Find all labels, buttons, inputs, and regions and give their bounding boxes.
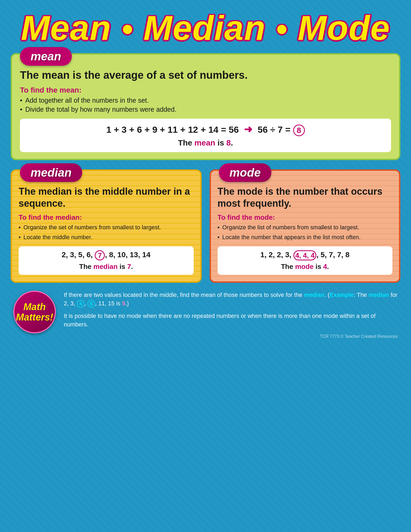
badge-line1: Math (23, 302, 46, 312)
mean-division: 56 ÷ 7 = (258, 124, 291, 135)
mode-main-text: The mode is the number that occurs most … (218, 185, 393, 209)
mode-circled-group: 4, 4, 4 (293, 250, 316, 260)
mode-bullet-list: Organize the list of numbers from smalle… (218, 224, 393, 241)
mean-bullet-1: Add together all of the numbers in the s… (20, 97, 391, 104)
mean-badge: mean (20, 47, 72, 66)
footer-credit: TCR 7773 © Teacher Created Resources (64, 334, 398, 339)
mean-equation: 1 + 3 + 6 + 9 + 11 + 12 + 14 = 56 ➜ 56 ÷… (27, 123, 384, 136)
median-bullet-list: Organize the set of numbers from smalles… (19, 224, 194, 241)
footer-note-1: If there are two values located in the m… (64, 291, 398, 308)
mode-bullet-1: Organize the list of numbers from smalle… (218, 224, 393, 231)
mode-section: mode The mode is the number that occurs … (210, 169, 401, 283)
bottom-row: median The median is the middle number i… (11, 169, 400, 283)
mean-bullet-list: Add together all of the numbers in the s… (20, 97, 391, 113)
median-result: The median is 7. (24, 263, 188, 271)
median-example-box: 2, 3, 5, 6, 7, 8, 10, 13, 14 The median … (19, 246, 194, 275)
mode-example-box: 1, 2, 2, 3, 4, 4, 4, 5, 7, 7, 8 The mode… (218, 246, 393, 275)
median-badge: median (20, 163, 82, 182)
mode-find-label: To find the mode: (218, 213, 393, 222)
mean-answer-circled: 8 (293, 124, 305, 136)
median-section: median The median is the middle number i… (11, 169, 202, 283)
footer-section: Math Matters! If there are two values lo… (11, 291, 400, 339)
mean-equation-text: 1 + 3 + 6 + 9 + 11 + 12 + 14 = 56 (106, 124, 239, 135)
median-find-label: To find the median: (19, 213, 194, 222)
mode-bullet-2: Locate the number that appears in the li… (218, 234, 393, 241)
mean-section: mean The mean is the average of a set of… (11, 53, 400, 160)
median-bullet-2: Locate the middle number. (19, 234, 194, 241)
median-main-text: The median is the middle number in a seq… (19, 185, 194, 209)
mean-result: The mean is 8. (27, 138, 384, 147)
badge-line2: Matters! (16, 312, 53, 323)
mean-bullet-2: Divide the total by how many numbers wer… (20, 106, 391, 113)
median-sequence: 2, 3, 5, 6, 7, 8, 10, 13, 14 (24, 250, 188, 260)
mode-badge: mode (219, 163, 271, 182)
mean-arrow: ➜ (244, 124, 252, 135)
mode-result: The mode is 4. (223, 263, 387, 271)
footer-note-2: It is possible to have no mode when ther… (64, 312, 398, 329)
main-title: Mean • Median • Mode (11, 11, 400, 45)
title-section: Mean • Median • Mode (11, 8, 400, 45)
mean-example-box: 1 + 3 + 6 + 9 + 11 + 12 + 14 = 56 ➜ 56 ÷… (20, 119, 391, 152)
footer-text-block: If there are two values located in the m… (64, 291, 398, 339)
mean-find-label: To find the mean: (20, 86, 391, 94)
page-wrapper: Mean • Median • Mode mean The mean is th… (0, 0, 411, 532)
median-circled-7: 7 (95, 250, 105, 260)
median-bullet-1: Organize the set of numbers from smalles… (19, 224, 194, 231)
mode-sequence: 1, 2, 2, 3, 4, 4, 4, 5, 7, 7, 8 (223, 250, 387, 260)
math-matters-badge: Math Matters! (13, 291, 56, 333)
mean-main-text: The mean is the average of a set of numb… (20, 69, 391, 81)
